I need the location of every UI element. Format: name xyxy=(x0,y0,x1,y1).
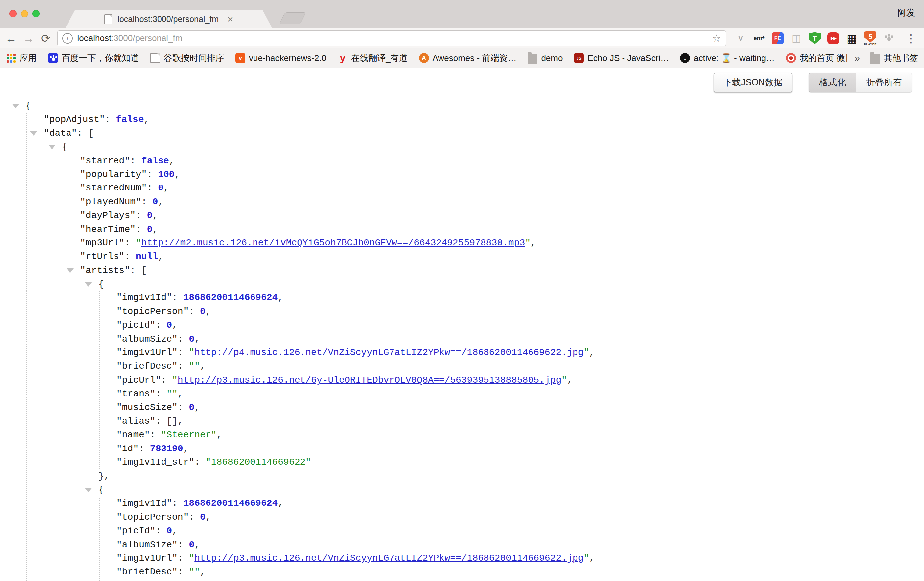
bookmark-weibo-label: 我的首页 微博-随时… xyxy=(800,52,848,64)
json-value: "Steerner" xyxy=(161,430,216,440)
json-line: "picId": 0, xyxy=(117,524,924,538)
json-token: , xyxy=(169,156,175,166)
json-token: : xyxy=(178,567,189,577)
bookmark-weibo[interactable]: 我的首页 微博-随时… xyxy=(786,52,848,64)
translate-extension-icon[interactable]: en⇄ xyxy=(751,30,767,46)
active-tab[interactable]: localhost:3000/personal_fm × xyxy=(66,10,272,28)
json-token: , xyxy=(183,444,189,454)
json-key: "trans" xyxy=(117,389,155,399)
tampermonkey-extension-icon[interactable]: T xyxy=(807,30,823,46)
new-tab-button[interactable] xyxy=(279,12,306,24)
minimize-window-button[interactable] xyxy=(21,10,28,17)
json-line: { xyxy=(62,140,924,154)
bookmark-demo-folder[interactable]: demo xyxy=(528,52,563,64)
fastforward-extension-icon[interactable]: ▶▶ xyxy=(825,30,841,46)
json-url-link[interactable]: http://p3.music.126.net/6y-UleORITEDbvrO… xyxy=(178,375,561,385)
json-token: " xyxy=(136,238,141,248)
bookmarks-overflow-icon[interactable]: » xyxy=(855,52,860,64)
download-json-button[interactable]: 下载JSON数据 xyxy=(713,73,792,93)
bookmark-apps-label: 应用 xyxy=(20,52,37,64)
json-token: { xyxy=(98,279,104,289)
json-key: "popularity" xyxy=(80,169,147,180)
sitemap-extension-icon[interactable]: ◫ xyxy=(788,30,804,46)
collapse-toggle-icon[interactable] xyxy=(83,483,98,497)
plain-icon-shape: en⇄ xyxy=(753,33,765,45)
json-value: false xyxy=(116,114,144,124)
browser-menu-icon[interactable]: ⋮ xyxy=(904,32,919,45)
json-token: : xyxy=(194,457,206,467)
bookmark-vue-hackernews[interactable]: vvue-hackernews-2.0 xyxy=(235,53,326,63)
json-line: "musicSize": 0, xyxy=(117,401,924,414)
collapse-toggle-icon[interactable] xyxy=(83,277,98,291)
page-info-icon[interactable]: i xyxy=(62,33,73,44)
json-line: }, xyxy=(98,469,924,483)
back-button[interactable]: ← xyxy=(5,33,16,44)
json-token: : xyxy=(136,224,147,235)
bookmark-apps[interactable]: 应用 xyxy=(6,52,37,64)
json-value: 0 xyxy=(147,224,153,235)
json-line: "dayPlays": 0, xyxy=(80,209,924,222)
format-button[interactable]: 格式化 xyxy=(809,73,856,92)
json-key: "dayPlays" xyxy=(80,210,136,220)
json-line: "albumSize": 0, xyxy=(117,332,924,346)
json-line: "topicPerson": 0, xyxy=(117,510,924,524)
bookmark-active-download[interactable]: ↓active: ⌛ - waiting… xyxy=(680,53,775,63)
json-key: "img1v1Id_str" xyxy=(117,457,194,467)
json-token: " xyxy=(189,553,194,563)
address-bar[interactable]: i localhost:3000/personal_fm ☆ xyxy=(57,30,726,46)
json-key: "id" xyxy=(117,444,139,454)
json-line: "id": 783190, xyxy=(117,442,924,455)
json-key: "name" xyxy=(117,430,150,440)
tab-close-icon[interactable]: × xyxy=(228,14,233,24)
json-value: 0 xyxy=(167,320,172,330)
zoom-window-button[interactable] xyxy=(33,10,40,17)
html5-player-extension-icon[interactable]: 5PLAYER xyxy=(863,30,878,46)
other-bookmarks-folder[interactable]: 其他书签 xyxy=(870,52,918,64)
collapse-toggle-icon[interactable] xyxy=(47,140,62,154)
json-value: null xyxy=(136,252,158,262)
bookmark-baidu[interactable]: 百度一下，你就知道 xyxy=(48,52,139,64)
square-icon-shape: v xyxy=(235,53,245,63)
json-line: "img1v1Id": 18686200114669624, xyxy=(117,291,924,305)
collapse-all-button[interactable]: 折叠所有 xyxy=(856,73,912,92)
json-token: , xyxy=(200,567,206,577)
bookmark-echojs[interactable]: JSEcho JS - JavaScri… xyxy=(574,53,669,63)
reload-button[interactable]: ⟳ xyxy=(41,33,51,44)
json-url-link[interactable]: http://p4.music.126.net/VnZiScyynLG7atLI… xyxy=(194,348,584,358)
json-token: : xyxy=(136,210,147,220)
json-value: "" xyxy=(189,567,200,577)
collapse-toggle-icon[interactable] xyxy=(65,264,80,277)
collapse-toggle-icon[interactable] xyxy=(10,99,25,113)
json-line: "hearTime": 0, xyxy=(80,223,924,236)
profile-name: 阿发 xyxy=(898,7,916,18)
json-line: "mp3Url": "http://m2.music.126.net/ivMcQ… xyxy=(80,236,924,250)
json-key: "picId" xyxy=(117,526,155,536)
bookmark-google-sorted[interactable]: 谷歌按时间排序 xyxy=(150,52,224,64)
qrcode-extension-icon[interactable]: ▦ xyxy=(844,30,860,46)
json-line: { xyxy=(98,483,924,497)
json-value: 0 xyxy=(189,402,194,413)
json-token: " xyxy=(584,553,589,563)
bookmark-youdao-translate[interactable]: y在线翻译_有道 xyxy=(338,52,408,64)
collapse-toggle-icon[interactable] xyxy=(28,127,44,140)
json-token: : xyxy=(189,306,200,317)
close-window-button[interactable] xyxy=(9,10,16,17)
json-key: "img1v1Id" xyxy=(117,293,172,303)
vue-extension-icon[interactable]: V xyxy=(733,30,749,46)
forward-button[interactable]: → xyxy=(23,33,35,44)
bookmark-awesomes[interactable]: AAwesomes - 前端资… xyxy=(419,52,516,64)
folder-icon-shape xyxy=(528,54,538,64)
bookmark-google-sorted-label: 谷歌按时间排序 xyxy=(164,52,224,64)
fe-extension-icon[interactable]: FE xyxy=(770,30,785,46)
paw-extension-icon[interactable] xyxy=(881,30,897,46)
json-key: "albumSize" xyxy=(117,334,178,344)
bookmark-echojs-label: Echo JS - JavaScri… xyxy=(587,53,669,63)
json-token: : xyxy=(124,252,136,262)
json-url-link[interactable]: http://p3.music.126.net/VnZiScyynLG7atLI… xyxy=(194,553,584,563)
triangle-down-icon xyxy=(48,145,56,149)
json-line: "img1v1Id_str": "18686200114669622" xyxy=(117,455,924,469)
json-token: , xyxy=(172,320,178,330)
bookmark-star-icon[interactable]: ☆ xyxy=(712,33,721,44)
json-url-link[interactable]: http://m2.music.126.net/ivMcQYiG5oh7BCJh… xyxy=(141,238,525,248)
page-content: 下载JSON数据 格式化 折叠所有 {"popAdjust": false,"d… xyxy=(0,68,924,581)
